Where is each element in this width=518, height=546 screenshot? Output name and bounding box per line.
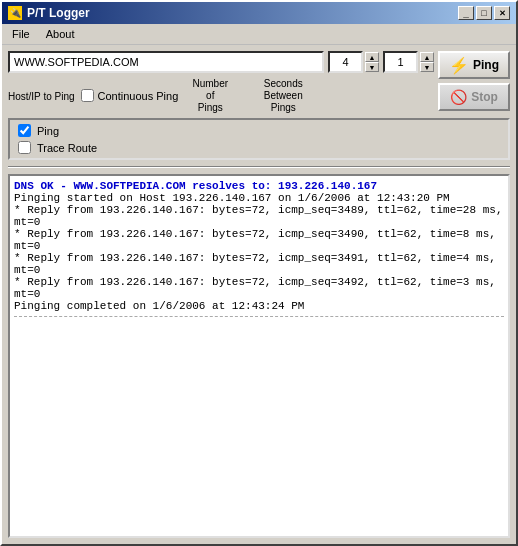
seconds-pings-down[interactable]: ▼	[420, 62, 434, 72]
controls-row: ▲ ▼ ▲ ▼	[8, 51, 510, 114]
trace-route-option-row: Trace Route	[18, 141, 500, 154]
num-pings-label: Number ofPings	[190, 78, 230, 114]
seconds-pings-up[interactable]: ▲	[420, 52, 434, 62]
output-line: * Reply from 193.226.140.167: bytes=72, …	[14, 252, 504, 276]
cont-and-labels: Host/IP to Ping Continuous Ping Number o…	[8, 77, 434, 114]
continuous-ping-checkbox[interactable]	[81, 89, 94, 102]
window-title: P/T Logger	[27, 6, 90, 20]
output-line: * Reply from 193.226.140.167: bytes=72, …	[14, 228, 504, 252]
ping-option-row: Ping	[18, 124, 500, 137]
title-buttons	[458, 6, 510, 20]
num-pings-row: ▲ ▼	[328, 51, 379, 73]
trace-route-checkbox[interactable]	[18, 141, 31, 154]
seconds-pings-row: ▲ ▼	[383, 51, 434, 73]
num-pings-input[interactable]	[328, 51, 363, 73]
separator	[8, 166, 510, 168]
seconds-pings-spinner-buttons: ▲ ▼	[420, 52, 434, 72]
minimize-button[interactable]	[458, 6, 474, 20]
close-button[interactable]	[494, 6, 510, 20]
ping-icon: ⚡	[449, 56, 469, 75]
seconds-pings-input[interactable]	[383, 51, 418, 73]
stop-icon: 🚫	[450, 89, 467, 105]
ping-option-label: Ping	[37, 125, 59, 137]
ping-button-label: Ping	[473, 58, 499, 72]
controls-left: ▲ ▼ ▲ ▼	[8, 51, 434, 114]
title-bar: 🔌 P/T Logger	[2, 2, 516, 24]
ping-checkbox[interactable]	[18, 124, 31, 137]
dns-line: DNS OK - WWW.SOFTPEDIA.COM resolves to: …	[14, 180, 504, 192]
menu-about[interactable]: About	[40, 26, 81, 42]
action-buttons: ⚡ Ping 🚫 Stop	[438, 51, 510, 111]
menu-file[interactable]: File	[6, 26, 36, 42]
main-content: ▲ ▼ ▲ ▼	[2, 45, 516, 544]
host-input[interactable]	[8, 51, 324, 73]
num-pings-spinner-buttons: ▲ ▼	[365, 52, 379, 72]
seconds-pings-label: SecondsBetweenPings	[258, 78, 308, 114]
num-pings-down[interactable]: ▼	[365, 62, 379, 72]
app-icon: 🔌	[8, 6, 22, 20]
output-line: Pinging started on Host 193.226.140.167 …	[14, 192, 504, 204]
title-bar-left: 🔌 P/T Logger	[8, 6, 90, 20]
menu-bar: File About	[2, 24, 516, 45]
host-ip-label: Host/IP to Ping	[8, 91, 75, 102]
output-lines: Pinging started on Host 193.226.140.167 …	[14, 192, 504, 312]
continuous-ping-label: Continuous Ping	[98, 90, 179, 102]
cont-ping-row: Continuous Ping	[81, 89, 179, 102]
input-and-spinners: ▲ ▼ ▲ ▼	[8, 51, 434, 73]
output-line: * Reply from 193.226.140.167: bytes=72, …	[14, 204, 504, 228]
num-pings-up[interactable]: ▲	[365, 52, 379, 62]
options-panel: Ping Trace Route	[8, 118, 510, 160]
output-separator	[14, 316, 504, 317]
output-line: Pinging completed on 1/6/2006 at 12:43:2…	[14, 300, 504, 312]
trace-route-option-label: Trace Route	[37, 142, 97, 154]
stop-button-label: Stop	[471, 90, 498, 104]
output-panel[interactable]: DNS OK - WWW.SOFTPEDIA.COM resolves to: …	[8, 174, 510, 538]
main-window: 🔌 P/T Logger File About	[0, 0, 518, 546]
seconds-pings-group: ▲ ▼	[383, 51, 434, 73]
stop-button[interactable]: 🚫 Stop	[438, 83, 510, 111]
output-line: * Reply from 193.226.140.167: bytes=72, …	[14, 276, 504, 300]
maximize-button[interactable]	[476, 6, 492, 20]
ping-button[interactable]: ⚡ Ping	[438, 51, 510, 79]
num-pings-group: ▲ ▼	[328, 51, 379, 73]
